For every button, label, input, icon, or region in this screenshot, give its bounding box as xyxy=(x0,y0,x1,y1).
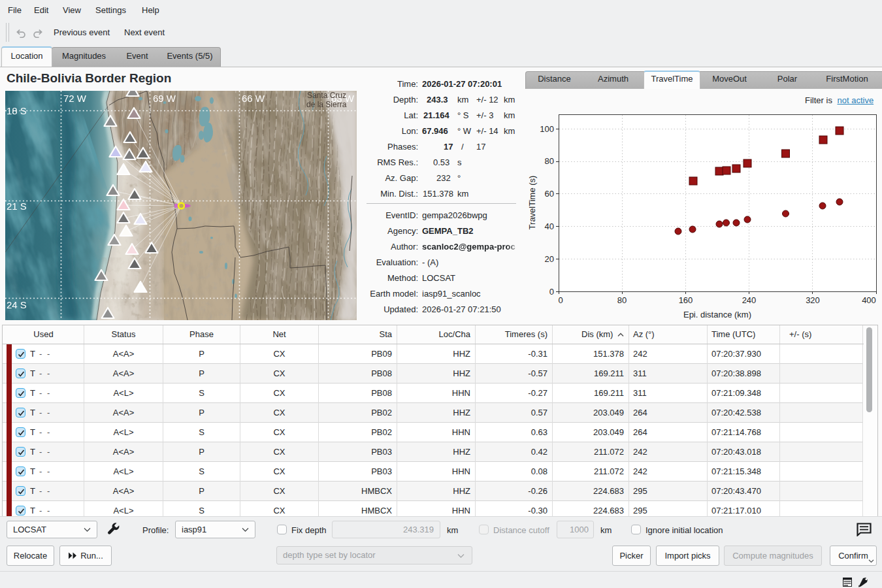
svg-text:de la Sierra: de la Sierra xyxy=(306,100,347,109)
svg-text:69 W: 69 W xyxy=(153,93,176,104)
svg-text:18 S: 18 S xyxy=(7,105,27,116)
svg-text:100: 100 xyxy=(540,124,554,134)
svg-text:0: 0 xyxy=(549,287,554,297)
svg-text:Epi. distance (km): Epi. distance (km) xyxy=(683,310,751,319)
svg-text:240: 240 xyxy=(742,295,757,305)
svg-text:80: 80 xyxy=(545,156,554,166)
svg-text:21 S: 21 S xyxy=(7,201,27,212)
svg-text:20: 20 xyxy=(545,254,554,264)
svg-text:0: 0 xyxy=(558,295,563,305)
svg-text:60: 60 xyxy=(545,189,554,199)
svg-text:320: 320 xyxy=(806,295,820,305)
svg-text:72 W: 72 W xyxy=(63,93,87,104)
svg-text:160: 160 xyxy=(679,295,693,305)
svg-text:80: 80 xyxy=(617,295,627,305)
svg-text:TravelTime (s): TravelTime (s) xyxy=(527,176,537,230)
svg-text:Santa Cruz: Santa Cruz xyxy=(307,91,346,100)
svg-text:24 S: 24 S xyxy=(7,299,27,310)
svg-text:400: 400 xyxy=(862,295,876,305)
svg-text:66 W: 66 W xyxy=(242,93,265,104)
svg-text:40: 40 xyxy=(545,221,554,231)
